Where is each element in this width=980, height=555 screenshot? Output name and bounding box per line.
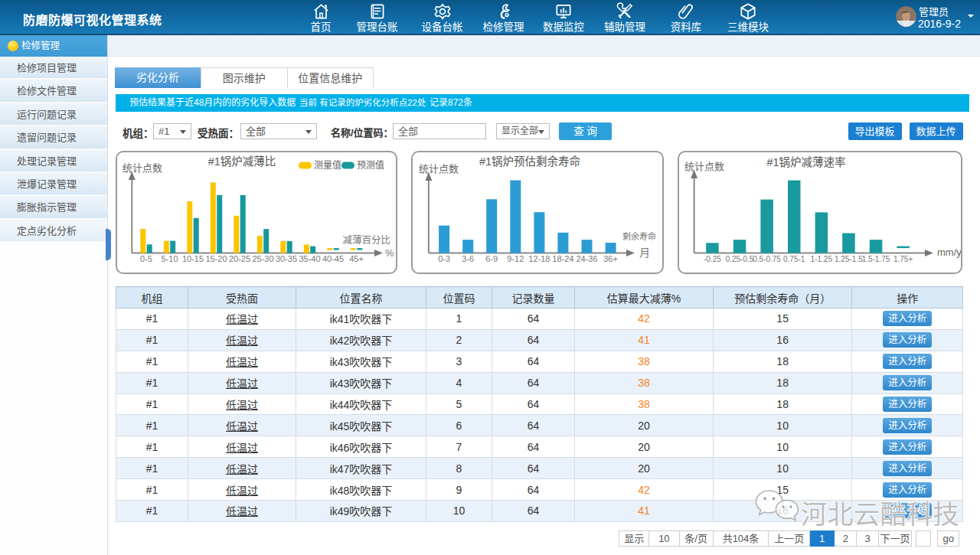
- svg-text:40-45: 40-45: [322, 254, 344, 263]
- svg-text:统计点数: 统计点数: [684, 161, 724, 172]
- svg-text:36+: 36+: [603, 254, 618, 263]
- svg-text:0-5: 0-5: [140, 254, 152, 263]
- svg-text:0.25-0.5: 0.25-0.5: [726, 255, 754, 263]
- svg-text:35-40: 35-40: [299, 254, 320, 263]
- svg-text:30-35: 30-35: [276, 254, 297, 263]
- svg-text:45+: 45+: [349, 254, 364, 263]
- svg-text:mm/y: mm/y: [937, 246, 962, 258]
- svg-text:统计点数: 统计点数: [419, 163, 459, 175]
- svg-text:24-36: 24-36: [576, 254, 597, 263]
- svg-text:0.75-1: 0.75-1: [783, 255, 805, 263]
- svg-text:减薄百分比: 减薄百分比: [342, 234, 390, 246]
- svg-text:%: %: [385, 247, 394, 259]
- svg-text:12-18: 12-18: [528, 254, 550, 263]
- svg-text:1.5-1.75: 1.5-1.75: [862, 255, 890, 263]
- svg-text:18-24: 18-24: [552, 254, 573, 263]
- svg-text:剩余寿命: 剩余寿命: [622, 231, 656, 241]
- svg-text:10-15: 10-15: [182, 254, 204, 263]
- svg-text:3-6: 3-6: [462, 254, 474, 263]
- svg-text:0.5-0.75: 0.5-0.75: [753, 255, 781, 263]
- svg-text:15-20: 15-20: [205, 254, 227, 263]
- svg-text:25-30: 25-30: [252, 254, 273, 263]
- svg-text:1.25-1.5: 1.25-1.5: [835, 255, 863, 263]
- svg-text:1-1.25: 1-1.25: [811, 255, 833, 263]
- svg-text:6-9: 6-9: [485, 254, 498, 263]
- svg-text:测量值: 测量值: [314, 159, 341, 171]
- svg-text:#1锅炉预估剩余寿命: #1锅炉预估剩余寿命: [479, 155, 580, 168]
- svg-text:1.75+: 1.75+: [893, 255, 913, 263]
- svg-text:0-3: 0-3: [438, 254, 450, 263]
- svg-text:9-12: 9-12: [507, 254, 524, 263]
- svg-text:预测值: 预测值: [357, 159, 384, 171]
- svg-text:5-10: 5-10: [161, 254, 178, 263]
- svg-text:统计点数: 统计点数: [122, 162, 162, 174]
- svg-text:#1锅炉减薄比: #1锅炉减薄比: [208, 155, 276, 168]
- svg-text:-0.25: -0.25: [704, 255, 721, 263]
- svg-text:#1锅炉减薄速率: #1锅炉减薄速率: [766, 156, 845, 168]
- svg-text:月: 月: [639, 246, 650, 259]
- svg-text:20-25: 20-25: [229, 254, 250, 263]
